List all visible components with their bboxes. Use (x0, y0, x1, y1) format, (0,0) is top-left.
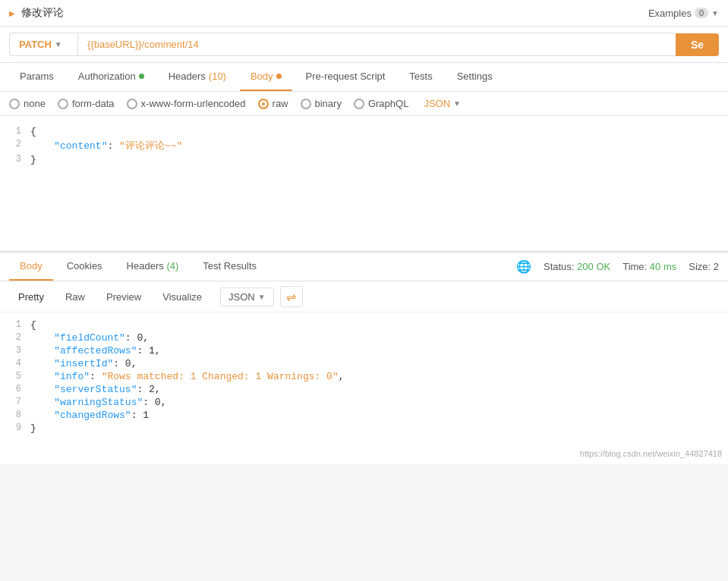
response-meta: 🌐 Status: 200 OK Time: 40 ms Size: 2 (516, 259, 719, 274)
resp-line-1: 1 { (0, 319, 728, 331)
radio-none[interactable]: none (9, 98, 46, 109)
tab-settings[interactable]: Settings (446, 63, 503, 91)
line-num-2: 2 (0, 139, 30, 149)
tab-body[interactable]: Body (240, 63, 292, 91)
wrap-button[interactable]: ⇌ (280, 286, 303, 307)
code-line-3: 3 } (0, 153, 728, 166)
response-tab-test-results[interactable]: Test Results (192, 253, 267, 281)
size-value: 2 (714, 261, 719, 272)
code-content-3: } (30, 154, 36, 165)
tab-pre-request[interactable]: Pre-request Script (295, 63, 396, 91)
url-input[interactable] (77, 33, 676, 56)
response-tabs: Body Cookies Headers (4) Test Results 🌐 … (0, 253, 728, 281)
line-num-3: 3 (0, 154, 30, 165)
response-format-select[interactable]: JSON ▼ (220, 287, 274, 306)
json-format-select[interactable]: JSON ▼ (424, 98, 461, 109)
resp-line-7: 7 "warningStatus": 0, (0, 396, 728, 409)
chevron-down-icon: ▼ (711, 9, 719, 17)
status-label: Status: 200 OK (544, 261, 610, 272)
response-panel: Body Cookies Headers (4) Test Results 🌐 … (0, 253, 728, 464)
json-chevron-icon: ▼ (453, 99, 461, 108)
format-tab-pretty[interactable]: Pretty (9, 287, 53, 306)
resp-line-2: 2 "fieldCount": 0, (0, 331, 728, 344)
size-label: Size: 2 (689, 261, 719, 272)
response-code-wrapper: 1 { 2 "fieldCount": 0, 3 "affectedRows":… (0, 312, 728, 464)
response-tab-headers[interactable]: Headers (4) (116, 253, 190, 281)
code-line-1: 1 { (0, 125, 728, 138)
radio-raw[interactable]: raw (258, 98, 288, 109)
radio-circle-raw (258, 99, 269, 109)
code-content-2: "content": "评论评论~~" (30, 139, 182, 152)
resp-line-4: 4 "insertId": 0, (0, 357, 728, 370)
examples-count: 0 (695, 8, 708, 18)
response-body-editor[interactable]: 1 { 2 "fieldCount": 0, 3 "affectedRows":… (0, 312, 728, 464)
tab-authorization[interactable]: Authorization (68, 63, 155, 91)
radio-circle-none (9, 99, 20, 109)
format-select-chevron-icon: ▼ (258, 293, 266, 301)
tab-tests[interactable]: Tests (399, 63, 443, 91)
format-tab-visualize[interactable]: Visualize (153, 287, 211, 306)
body-dot (276, 74, 282, 79)
format-tab-preview[interactable]: Preview (97, 287, 150, 306)
method-chevron-icon: ▼ (55, 40, 62, 49)
status-value: 200 OK (577, 261, 610, 272)
code-content-1: { (30, 126, 36, 137)
tab-headers[interactable]: Headers (10) (158, 63, 237, 91)
radio-circle-binary (301, 99, 311, 109)
radio-form-data[interactable]: form-data (58, 98, 115, 109)
code-line-2: 2 "content": "评论评论~~" (0, 138, 728, 153)
radio-binary[interactable]: binary (301, 98, 342, 109)
resp-line-5: 5 "info": "Rows matched: 1 Changed: 1 Wa… (0, 370, 728, 383)
response-tab-cookies[interactable]: Cookies (56, 253, 113, 281)
time-label: Time: 40 ms (622, 261, 676, 272)
method-label: PATCH (19, 39, 52, 50)
resp-line-8: 8 "changedRows": 1 (0, 409, 728, 422)
watermark: https://blog.csdn.net/weixin_44827418 (580, 449, 722, 458)
top-bar: ▶ 修改评论 Examples 0 ▼ (0, 0, 728, 27)
radio-circle-form-data (58, 99, 68, 109)
authorization-dot (139, 74, 144, 79)
format-tab-raw[interactable]: Raw (56, 287, 94, 306)
tab-params[interactable]: Params (9, 63, 65, 91)
body-type-bar: none form-data x-www-form-urlencoded raw… (0, 92, 728, 116)
radio-graphql[interactable]: GraphQL (354, 98, 408, 109)
wrap-icon: ⇌ (286, 290, 296, 304)
line-num-1: 1 (0, 126, 30, 137)
method-select[interactable]: PATCH ▼ (9, 33, 77, 56)
resp-line-9: 9 } (0, 422, 728, 435)
expand-icon[interactable]: ▶ (9, 9, 15, 17)
response-format-bar: Pretty Raw Preview Visualize JSON ▼ ⇌ (0, 281, 728, 312)
resp-line-6: 6 "serverStatus": 2, (0, 383, 728, 396)
url-bar: PATCH ▼ Se (0, 27, 728, 63)
resp-line-3: 3 "affectedRows": 1, (0, 344, 728, 357)
globe-icon: 🌐 (516, 259, 531, 274)
request-title: 修改评论 (21, 6, 64, 20)
time-value: 40 ms (650, 261, 676, 272)
response-tab-body[interactable]: Body (9, 253, 53, 281)
radio-circle-urlencoded (127, 99, 137, 109)
top-bar-right: Examples 0 ▼ (648, 8, 719, 19)
request-body-editor[interactable]: 1 { 2 "content": "评论评论~~" 3 } (0, 116, 728, 253)
radio-urlencoded[interactable]: x-www-form-urlencoded (127, 98, 246, 109)
top-bar-left: ▶ 修改评论 (9, 6, 64, 20)
send-button[interactable]: Se (676, 33, 719, 56)
radio-circle-graphql (354, 99, 364, 109)
request-tabs: Params Authorization Headers (10) Body P… (0, 63, 728, 92)
examples-button[interactable]: Examples 0 ▼ (648, 8, 719, 19)
